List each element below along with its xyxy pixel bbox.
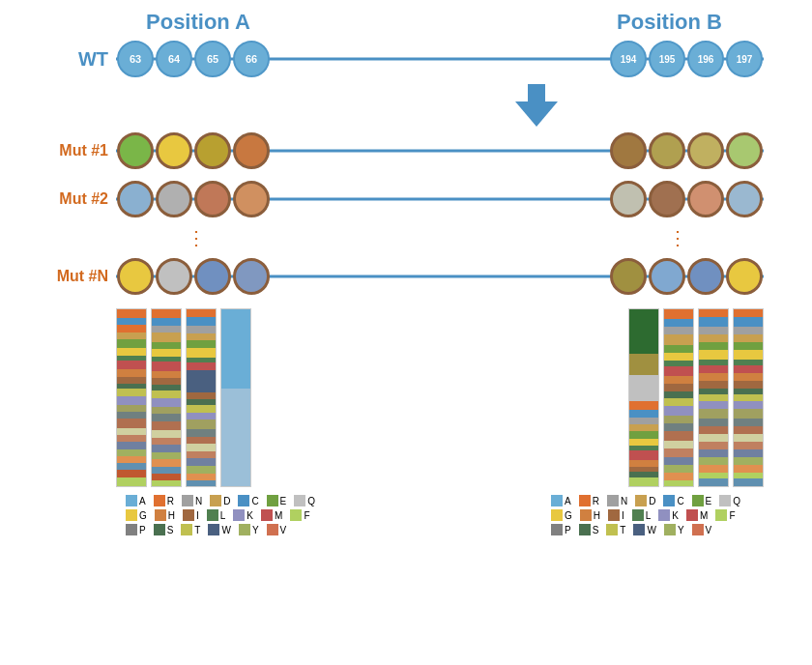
- mut2-a-4: [233, 181, 270, 217]
- mut1-a-1: [117, 132, 154, 169]
- wt-circle-66: 66: [233, 41, 270, 77]
- arrow-head: [515, 101, 558, 127]
- header-gap: [280, 10, 585, 35]
- mut1-label: Mut #1: [29, 142, 116, 159]
- header-row: Position A Position B: [29, 0, 783, 35]
- wt-pos-a-circles: 63 64 65 66: [116, 41, 271, 77]
- legend-box-T: [181, 524, 192, 535]
- legend-middle-gap: [329, 495, 541, 535]
- mutN-b-4: [726, 258, 763, 295]
- mut2-pos-b: [609, 181, 764, 217]
- diagram-area: WT 63 64 65 66 194 195 196 197: [29, 35, 783, 301]
- legend-pos-a: A R N D C E Q G H I L K M F P S T W: [126, 495, 319, 535]
- mutN-pos-a: [116, 258, 271, 295]
- legend-box-R: [154, 495, 165, 506]
- wt-circle-64: 64: [156, 41, 192, 77]
- mut1-a-3: [194, 132, 231, 169]
- legend-box-S: [154, 524, 165, 535]
- legend-box-V: [267, 524, 278, 535]
- mut2-a-2: [156, 181, 192, 217]
- legend-box-M: [261, 509, 273, 521]
- mut2-b-3: [687, 181, 724, 217]
- wt-circle-197: 197: [726, 41, 763, 77]
- bar-a4: [220, 308, 251, 487]
- mut2-b-1: [610, 181, 647, 217]
- mut2-b-2: [649, 181, 685, 217]
- wt-circle-195: 195: [649, 41, 685, 77]
- mut1-b-3: [687, 132, 724, 169]
- mutN-a-4: [233, 258, 270, 295]
- bar-a2: [151, 308, 182, 487]
- legend-R: R: [154, 495, 174, 506]
- wt-circle-65: 65: [194, 41, 231, 77]
- mut1-pos-a: [116, 132, 271, 169]
- legend-L: L: [207, 509, 226, 521]
- legend-box-D: [210, 495, 221, 506]
- legend-F: F: [290, 509, 309, 521]
- legend-I: I: [183, 509, 199, 521]
- legend-box-F: [290, 509, 302, 521]
- legend-spacer: [29, 495, 116, 535]
- pos-b-charts: [628, 308, 764, 487]
- mut1-a-4: [233, 132, 270, 169]
- legend-A: A: [126, 495, 146, 506]
- legend-S: S: [154, 524, 174, 535]
- legend-Y: Y: [239, 524, 259, 535]
- bar-b3: [698, 308, 729, 487]
- legend-box-K: [233, 509, 245, 521]
- wt-pos-b-circles: 194 195 196 197: [609, 41, 764, 77]
- legend-box-H: [155, 509, 166, 521]
- wt-circle-196: 196: [687, 41, 724, 77]
- dots-pos-b: ⋮: [594, 226, 764, 249]
- legend-K: K: [233, 509, 253, 521]
- legend-P: P: [126, 524, 146, 535]
- position-a-label: Position A: [116, 10, 280, 35]
- legend-W: W: [208, 524, 230, 535]
- dots-pos-a: ⋮: [116, 226, 280, 249]
- mut1-b-2: [649, 132, 685, 169]
- bar-b2: [663, 308, 694, 487]
- legend-box-C: [238, 495, 249, 506]
- arrow-shaft: [528, 84, 545, 101]
- legend-box-P: [126, 524, 137, 535]
- legend-N: N: [182, 495, 202, 506]
- mutN-label: Mut #N: [29, 268, 116, 285]
- legend-T: T: [181, 524, 200, 535]
- mut1-pos-b: [609, 132, 764, 169]
- legend-Q: Q: [294, 495, 315, 506]
- legend-box-N: [182, 495, 193, 506]
- mut2-b-4: [726, 181, 763, 217]
- wt-circle-63: 63: [117, 41, 154, 77]
- legend-V: V: [267, 524, 287, 535]
- bar-b1: [628, 308, 659, 487]
- bar-a3: [186, 308, 217, 487]
- legend-pos-b: A R N D C E Q G H I L K M F P S T W: [551, 495, 764, 535]
- legend-M: M: [261, 509, 282, 521]
- legend-C: C: [238, 495, 258, 506]
- arrow-down: [515, 84, 558, 127]
- legend-box-Y: [239, 524, 250, 535]
- legend-G: G: [126, 509, 147, 521]
- wt-label: WT: [29, 48, 116, 71]
- legend-E: E: [267, 495, 287, 506]
- mutN-b-1: [610, 258, 647, 295]
- dots-row: ⋮ ⋮: [29, 223, 783, 252]
- header-spacer: [29, 10, 116, 35]
- legend-box-G: [126, 509, 137, 521]
- legend-box-L: [207, 509, 218, 521]
- wt-row: WT 63 64 65 66 194 195 196 197: [29, 35, 783, 83]
- legend-area: A R N D C E Q G H I L K M F P S T W: [29, 495, 783, 535]
- mut2-a-1: [117, 181, 154, 217]
- mutN-pos-b: [609, 258, 764, 295]
- arrow-container: [309, 83, 764, 127]
- pos-a-charts: [116, 308, 251, 487]
- mut1-b-4: [726, 132, 763, 169]
- mutN-a-2: [156, 258, 192, 295]
- mut2-a-3: [194, 181, 231, 217]
- legend-box-I: [183, 509, 194, 521]
- main-container: Position A Position B WT 63 64 65 66 194…: [0, 0, 812, 665]
- bar-b4: [733, 308, 764, 487]
- legend-box-W: [208, 524, 219, 535]
- mutN-row: Mut #N: [29, 252, 783, 301]
- mut2-label: Mut #2: [29, 190, 116, 208]
